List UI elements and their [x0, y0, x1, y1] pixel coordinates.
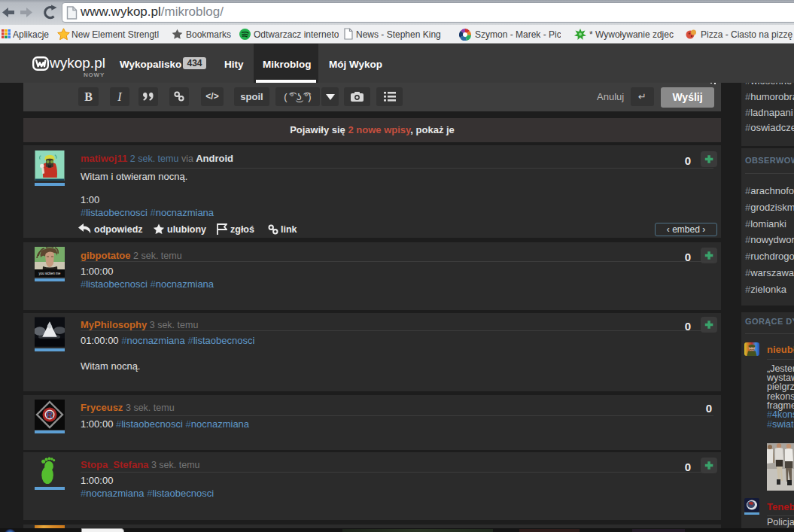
svg-text:you sicken me: you sicken me [39, 272, 61, 275]
svg-text:R: R [47, 410, 53, 421]
